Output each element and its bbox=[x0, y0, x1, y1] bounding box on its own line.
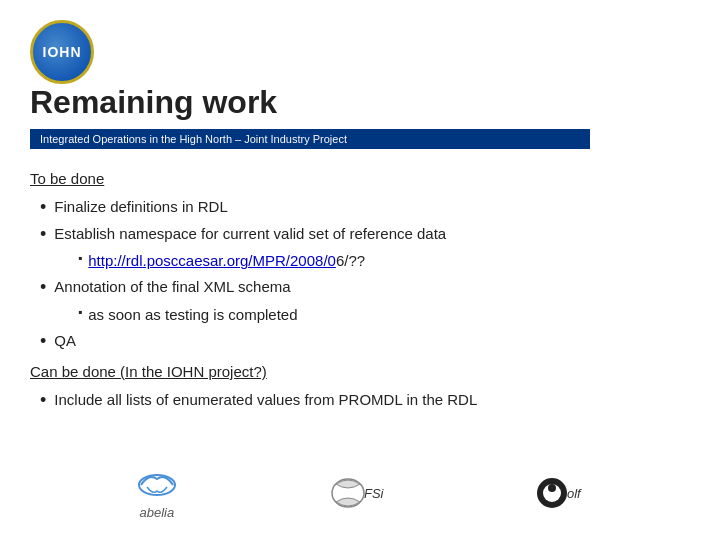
fsi-icon: FSi bbox=[326, 474, 386, 512]
logo-fsi: FSi bbox=[326, 474, 386, 512]
bullet-text: Establish namespace for current valid se… bbox=[54, 222, 446, 246]
sub-bullet-text: http://rdl.posccaesar.org/MPR/2008/06/?? bbox=[88, 249, 365, 273]
logo-olf: olf bbox=[532, 474, 587, 512]
logo-abelia: abelia bbox=[133, 465, 181, 520]
sub-bullet-text: as soon as testing is completed bbox=[88, 303, 297, 327]
slide: IOHN Remaining work Integrated Operation… bbox=[0, 0, 720, 540]
bullet-icon: • bbox=[40, 195, 46, 220]
page-title: Remaining work bbox=[30, 84, 690, 121]
iohn-logo: IOHN bbox=[30, 20, 94, 84]
abelia-label: abelia bbox=[139, 505, 174, 520]
section2-heading: Can be done (In the IOHN project?) bbox=[30, 360, 690, 384]
rdl-link[interactable]: http://rdl.posccaesar.org/MPR/2008/0 bbox=[88, 252, 336, 269]
bullet-text: Include all lists of enumerated values f… bbox=[54, 388, 477, 412]
svg-point-5 bbox=[548, 484, 556, 492]
bullet-icon: • bbox=[40, 222, 46, 247]
list-item: • Include all lists of enumerated values… bbox=[40, 388, 690, 413]
header-banner: Integrated Operations in the High North … bbox=[30, 129, 590, 149]
list-item: • Finalize definitions in RDL bbox=[40, 195, 690, 220]
sub-bullet-icon: ▪ bbox=[78, 303, 82, 322]
list-item: • Annotation of the final XML schema bbox=[40, 275, 690, 300]
list-item: • Establish namespace for current valid … bbox=[40, 222, 690, 247]
svg-text:olf: olf bbox=[567, 486, 582, 501]
list-item: • QA bbox=[40, 329, 690, 354]
list-item: ▪ as soon as testing is completed bbox=[78, 303, 690, 327]
link-suffix: 6/?? bbox=[336, 252, 365, 269]
footer: abelia FSi olf bbox=[0, 465, 720, 520]
iohn-logo-text: IOHN bbox=[43, 44, 82, 60]
svg-text:FSi: FSi bbox=[364, 486, 385, 501]
olf-icon: olf bbox=[532, 474, 587, 512]
list-item: ▪ http://rdl.posccaesar.org/MPR/2008/06/… bbox=[78, 249, 690, 273]
bullet-icon: • bbox=[40, 329, 46, 354]
bullet-text: QA bbox=[54, 329, 76, 353]
content-area: To be done • Finalize definitions in RDL… bbox=[30, 167, 690, 413]
sub-bullet-icon: ▪ bbox=[78, 249, 82, 268]
section1-heading: To be done bbox=[30, 167, 690, 191]
bullet-icon: • bbox=[40, 275, 46, 300]
abelia-icon bbox=[133, 465, 181, 503]
bullet-text: Finalize definitions in RDL bbox=[54, 195, 227, 219]
bullet-icon: • bbox=[40, 388, 46, 413]
bullet-text: Annotation of the final XML schema bbox=[54, 275, 290, 299]
